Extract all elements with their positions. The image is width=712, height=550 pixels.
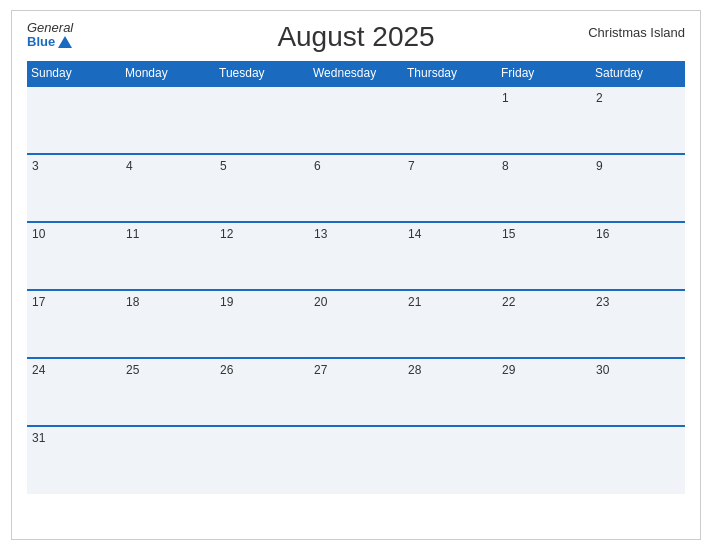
calendar-cell xyxy=(121,426,215,494)
logo-general-text: General xyxy=(27,21,73,35)
day-num: 8 xyxy=(502,159,509,173)
calendar-cell xyxy=(403,86,497,154)
day-num: 27 xyxy=(314,363,327,377)
calendar-week-row: 12 xyxy=(27,86,685,154)
calendar-week-row: 24252627282930 xyxy=(27,358,685,426)
day-num: 3 xyxy=(32,159,39,173)
day-num: 29 xyxy=(502,363,515,377)
calendar-cell: 3 xyxy=(27,154,121,222)
weekday-header-row: Sunday Monday Tuesday Wednesday Thursday… xyxy=(27,61,685,86)
calendar-cell: 17 xyxy=(27,290,121,358)
day-num: 1 xyxy=(502,91,509,105)
calendar-cell: 21 xyxy=(403,290,497,358)
calendar-cell: 27 xyxy=(309,358,403,426)
day-num: 9 xyxy=(596,159,603,173)
calendar-cell xyxy=(27,86,121,154)
day-num: 18 xyxy=(126,295,139,309)
calendar-cell: 12 xyxy=(215,222,309,290)
calendar-cell: 30 xyxy=(591,358,685,426)
calendar-cell: 24 xyxy=(27,358,121,426)
calendar-cell: 13 xyxy=(309,222,403,290)
header-monday: Monday xyxy=(121,61,215,86)
calendar-cell: 25 xyxy=(121,358,215,426)
logo-blue-text: Blue xyxy=(27,35,72,49)
calendar-cell: 11 xyxy=(121,222,215,290)
day-num: 16 xyxy=(596,227,609,241)
calendar-cell: 18 xyxy=(121,290,215,358)
calendar-cell: 5 xyxy=(215,154,309,222)
calendar-cell xyxy=(497,426,591,494)
month-title: August 2025 xyxy=(277,21,434,53)
calendar-cell xyxy=(215,86,309,154)
calendar-week-row: 17181920212223 xyxy=(27,290,685,358)
day-num: 25 xyxy=(126,363,139,377)
calendar-cell: 19 xyxy=(215,290,309,358)
calendar-cell: 14 xyxy=(403,222,497,290)
calendar-cell: 28 xyxy=(403,358,497,426)
header-thursday: Thursday xyxy=(403,61,497,86)
calendar-cell: 2 xyxy=(591,86,685,154)
header-friday: Friday xyxy=(497,61,591,86)
calendar-cell: 1 xyxy=(497,86,591,154)
day-num: 21 xyxy=(408,295,421,309)
logo: General Blue xyxy=(27,21,73,50)
day-num: 22 xyxy=(502,295,515,309)
day-num: 31 xyxy=(32,431,45,445)
calendar-cell: 8 xyxy=(497,154,591,222)
calendar-cell: 23 xyxy=(591,290,685,358)
day-num: 24 xyxy=(32,363,45,377)
calendar-cell xyxy=(309,426,403,494)
calendar-cell: 20 xyxy=(309,290,403,358)
day-num: 12 xyxy=(220,227,233,241)
calendar-cell: 6 xyxy=(309,154,403,222)
calendar-cell: 29 xyxy=(497,358,591,426)
calendar-cell: 9 xyxy=(591,154,685,222)
calendar-cell: 26 xyxy=(215,358,309,426)
calendar-week-row: 10111213141516 xyxy=(27,222,685,290)
header-sunday: Sunday xyxy=(27,61,121,86)
calendar-cell xyxy=(215,426,309,494)
day-num: 10 xyxy=(32,227,45,241)
calendar-container: General Blue August 2025 Christmas Islan… xyxy=(11,10,701,540)
logo-triangle-icon xyxy=(58,36,72,48)
day-num: 26 xyxy=(220,363,233,377)
calendar-week-row: 3456789 xyxy=(27,154,685,222)
day-num: 23 xyxy=(596,295,609,309)
day-num: 5 xyxy=(220,159,227,173)
day-num: 15 xyxy=(502,227,515,241)
calendar-cell: 31 xyxy=(27,426,121,494)
header-saturday: Saturday xyxy=(591,61,685,86)
calendar-cell: 22 xyxy=(497,290,591,358)
day-num: 6 xyxy=(314,159,321,173)
header-wednesday: Wednesday xyxy=(309,61,403,86)
day-num: 7 xyxy=(408,159,415,173)
calendar-cell xyxy=(403,426,497,494)
day-num: 30 xyxy=(596,363,609,377)
location-label: Christmas Island xyxy=(588,25,685,40)
calendar-cell: 7 xyxy=(403,154,497,222)
header-tuesday: Tuesday xyxy=(215,61,309,86)
calendar-cell xyxy=(591,426,685,494)
day-num: 2 xyxy=(596,91,603,105)
day-num: 13 xyxy=(314,227,327,241)
calendar-cell: 10 xyxy=(27,222,121,290)
day-num: 14 xyxy=(408,227,421,241)
day-num: 28 xyxy=(408,363,421,377)
calendar-header: General Blue August 2025 Christmas Islan… xyxy=(27,21,685,53)
day-num: 20 xyxy=(314,295,327,309)
day-num: 19 xyxy=(220,295,233,309)
calendar-cell: 16 xyxy=(591,222,685,290)
day-num: 11 xyxy=(126,227,139,241)
day-num: 17 xyxy=(32,295,45,309)
calendar-cell: 15 xyxy=(497,222,591,290)
calendar-cell xyxy=(309,86,403,154)
calendar-week-row: 31 xyxy=(27,426,685,494)
calendar-table: Sunday Monday Tuesday Wednesday Thursday… xyxy=(27,61,685,494)
calendar-cell xyxy=(121,86,215,154)
day-num: 4 xyxy=(126,159,133,173)
calendar-cell: 4 xyxy=(121,154,215,222)
